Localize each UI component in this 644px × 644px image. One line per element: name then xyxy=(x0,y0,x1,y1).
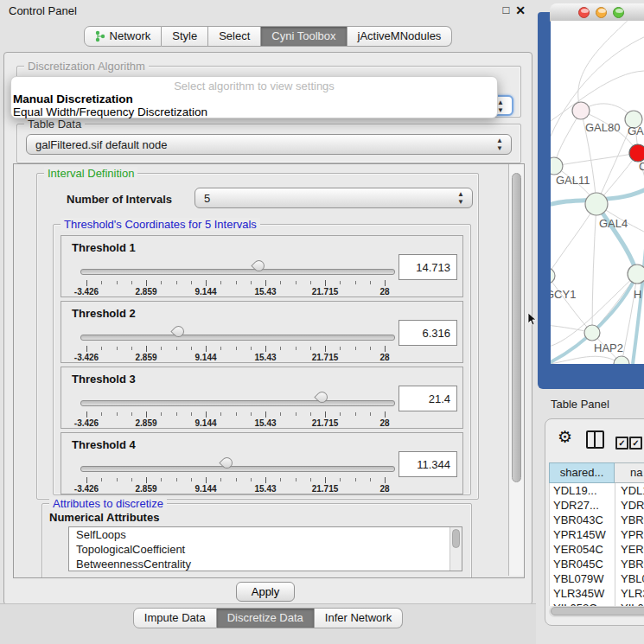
dropdown-option[interactable]: Manual Discretization xyxy=(11,92,497,105)
slider-tick xyxy=(220,281,221,284)
attribute-list-item[interactable]: TopologicalCoefficient xyxy=(69,542,462,557)
slider-tick-label: 28 xyxy=(364,484,405,494)
network-canvas[interactable]: GAL80GACGAL11GAL4GCY1HHAP2 xyxy=(551,21,644,364)
slider-tick xyxy=(310,281,311,284)
tab-label: Cyni Toolbox xyxy=(271,27,335,46)
slider-tick xyxy=(280,478,281,481)
cell-shared-name: YBR045C xyxy=(550,557,615,571)
close-window-icon[interactable]: ✕ xyxy=(515,3,526,17)
cell-shared-name: YLR345W xyxy=(550,586,615,601)
slider-track[interactable] xyxy=(80,269,395,275)
threshold-value-field[interactable]: 21.4 xyxy=(399,386,457,411)
slider-track[interactable] xyxy=(80,400,395,406)
dropdown-prompt: Select algorithm to view settings xyxy=(11,80,497,92)
threshold-value-field[interactable]: 11.344 xyxy=(399,451,457,477)
attribute-list-item[interactable]: BetweennessCentrality xyxy=(69,557,462,571)
cell-name: YDL1 xyxy=(615,483,644,498)
apply-button[interactable]: Apply xyxy=(236,582,295,602)
column-header-shared-name[interactable]: shared... xyxy=(549,462,615,483)
attributes-list-scrollbar[interactable] xyxy=(450,527,462,571)
attributes-group: Attributes to discretize Numerical Attri… xyxy=(41,503,472,578)
table-data-combobox[interactable]: galFiltered.sif default node ▲▼ xyxy=(26,134,512,155)
threshold-value-field[interactable]: 6.316 xyxy=(399,320,457,346)
checkbox-icon[interactable]: ✓ xyxy=(615,437,628,450)
threshold-slider[interactable]: -3.4262.8599.14415.4321.71528 xyxy=(61,236,407,298)
network-node-gal80[interactable] xyxy=(572,102,590,119)
network-node-label: HAP2 xyxy=(594,341,623,354)
slider-tick xyxy=(206,346,207,352)
tab-infer-network[interactable]: Infer Network xyxy=(315,608,403,628)
dropdown-option[interactable]: Equal Width/Frequency Discretization xyxy=(11,105,497,118)
tab-network[interactable]: Network xyxy=(84,26,163,47)
mouse-cursor xyxy=(527,313,537,326)
network-node-gcy1[interactable] xyxy=(551,268,555,284)
table-row[interactable]: YBR045CYBR0 xyxy=(550,557,644,571)
table-row[interactable]: YER054CYER0 xyxy=(550,542,644,557)
slider-tick xyxy=(176,412,177,416)
slider-track[interactable] xyxy=(80,466,395,472)
slider-tick-label: 9.144 xyxy=(185,484,226,494)
interval-definition-label: Interval Definition xyxy=(44,167,137,180)
table-row[interactable]: YBL079WYBL0 xyxy=(550,571,644,586)
close-traffic-light-icon[interactable] xyxy=(578,7,590,18)
checkbox-icon[interactable]: ✓ xyxy=(629,437,642,450)
threshold-slider[interactable]: -3.4262.8599.14415.4321.71528 xyxy=(61,433,407,495)
settings-gear-icon[interactable]: ⚙ xyxy=(558,427,572,447)
tab-jactivemnodules[interactable]: jActiveMNodules xyxy=(348,26,453,47)
minimize-traffic-light-icon[interactable] xyxy=(596,7,607,18)
threshold-value-field[interactable]: 14.713 xyxy=(399,254,457,280)
slider-tick xyxy=(265,346,266,352)
algorithm-dropdown-popup: Select algorithm to view settings Manual… xyxy=(10,76,498,118)
attribute-list-item[interactable]: SelfLoops xyxy=(69,527,462,542)
slider-tick xyxy=(355,281,356,284)
slider-tick xyxy=(236,347,237,350)
network-node[interactable] xyxy=(614,356,629,364)
scrollbar-thumb[interactable] xyxy=(512,173,521,482)
cell-shared-name: YDR27... xyxy=(550,498,615,513)
combo-arrows-icon: ▲▼ xyxy=(457,190,464,206)
settings-scrollpane: Interval Definition Number of Intervals … xyxy=(13,163,525,578)
columns-layout-icon[interactable] xyxy=(586,430,604,449)
zoom-traffic-light-icon[interactable] xyxy=(613,7,624,18)
slider-tick xyxy=(385,346,386,352)
slider-tick xyxy=(340,347,341,350)
table-row[interactable]: YBR043CYBR0 xyxy=(550,513,644,527)
slider-tick-label: 15.43 xyxy=(245,287,286,296)
scrollbar-thumb[interactable] xyxy=(551,607,644,615)
table-row[interactable]: YPR145WYPR1 xyxy=(550,527,644,542)
slider-tick xyxy=(86,411,87,418)
tab-style[interactable]: Style xyxy=(162,26,208,47)
table-row[interactable]: YDR27...YDR2 xyxy=(550,498,644,513)
slider-tick xyxy=(370,412,371,416)
float-window-icon[interactable]: □ xyxy=(502,3,509,17)
table-horizontal-scrollbar[interactable] xyxy=(549,606,644,617)
numerical-attributes-list[interactable]: SelfLoopsTopologicalCoefficientBetweenne… xyxy=(68,526,462,571)
slider-tick-label: 9.144 xyxy=(185,287,226,296)
slider-tick-label: 28 xyxy=(364,353,405,362)
network-node-c[interactable] xyxy=(629,144,644,162)
slider-tick xyxy=(131,478,132,481)
tab-discretize-data[interactable]: Discretize Data xyxy=(217,608,315,628)
settings-scrollbar[interactable] xyxy=(508,164,524,576)
slider-tick xyxy=(131,347,132,350)
table-row[interactable]: YDL19...YDL1 xyxy=(550,483,644,498)
slider-tick xyxy=(325,346,326,352)
slider-tick xyxy=(131,412,132,416)
num-intervals-combobox[interactable]: 5 ▲▼ xyxy=(194,188,473,208)
table-row[interactable]: YLR345WYLR3 xyxy=(550,586,644,601)
network-node-gal11[interactable] xyxy=(551,157,563,175)
network-node-gal4[interactable] xyxy=(585,193,608,215)
tab-cyni-toolbox[interactable]: Cyni Toolbox xyxy=(261,26,347,47)
network-node-h[interactable] xyxy=(628,265,644,284)
tab-select[interactable]: Select xyxy=(208,26,261,47)
threshold-slider[interactable]: -3.4262.8599.14415.4321.71528 xyxy=(61,367,407,430)
scrollbar-thumb[interactable] xyxy=(452,529,460,548)
table-header-row: shared... na xyxy=(549,462,644,483)
slider-tick xyxy=(101,281,102,284)
threshold-slider[interactable]: -3.4262.8599.14415.4321.71528 xyxy=(61,302,407,364)
slider-track[interactable] xyxy=(80,335,395,341)
column-header-name[interactable]: na xyxy=(615,462,644,483)
network-node-hap2[interactable] xyxy=(584,325,600,341)
cell-name: YBL0 xyxy=(615,571,644,586)
tab-impute-data[interactable]: Impute Data xyxy=(133,608,217,628)
